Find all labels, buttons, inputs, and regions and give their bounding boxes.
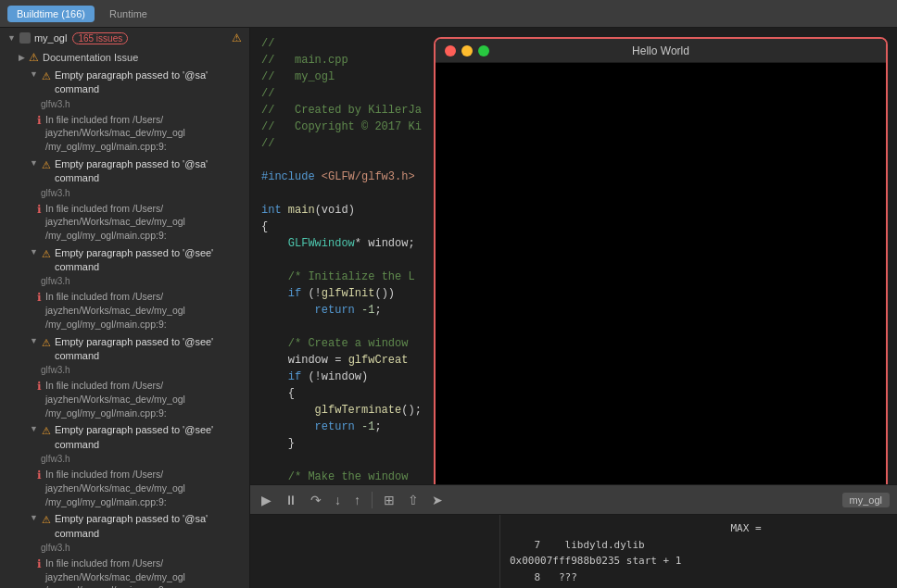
window-close-btn[interactable] <box>445 45 456 56</box>
in-file-text: In file included from /Users/jayzhen/Wor… <box>45 557 185 588</box>
issue-text: Empty paragraph passed to '@sa' command <box>55 512 242 541</box>
window-maximize-btn[interactable] <box>478 45 489 56</box>
list-item[interactable]: ℹ In file included from /Users/jayzhen/W… <box>0 555 249 588</box>
runtime-tab[interactable]: Runtime <box>100 6 157 22</box>
issue-text: Empty paragraph passed to '@see' command <box>55 423 242 452</box>
list-item[interactable]: ▼ ⚠ Empty paragraph passed to '@sa' comm… <box>0 67 249 99</box>
expand-icon: ▼ <box>30 512 38 524</box>
expand-icon: ▼ <box>30 69 38 81</box>
issue-text: Empty paragraph passed to '@sa' command <box>55 69 242 97</box>
pause-btn[interactable]: ⏸ <box>281 491 301 509</box>
expand-icon: ▼ <box>30 157 38 169</box>
list-item[interactable]: ℹ In file included from /Users/jayzhen/W… <box>0 111 249 156</box>
section-triangle: ▶ <box>19 53 25 62</box>
issue-file: glfw3.h <box>0 188 249 200</box>
step-out-btn[interactable]: ↑ <box>350 491 364 509</box>
window-minimize-btn[interactable] <box>461 45 473 56</box>
expand-icon: ▼ <box>30 423 38 435</box>
location-btn[interactable]: ➤ <box>428 491 447 509</box>
project-header[interactable]: ▼ my_ogl 165 issues ⚠ <box>0 28 249 48</box>
list-item[interactable]: ℹ In file included from /Users/jayzhen/W… <box>0 377 249 421</box>
window-title: Hello World <box>632 44 689 57</box>
main-content: ▼ my_ogl 165 issues ⚠ ▶ ⚠ Documentation … <box>0 28 897 588</box>
error-icon: ℹ <box>37 468 42 483</box>
warning-icon: ⚠ <box>42 336 51 350</box>
continue-btn[interactable]: ▶ <box>258 491 275 509</box>
breakpoints-btn[interactable]: ⊞ <box>380 491 398 509</box>
expand-icon: ▼ <box>30 335 38 347</box>
in-file-text: In file included from /Users/jayzhen/Wor… <box>45 202 185 243</box>
buildtime-tab[interactable]: Buildtime (166) <box>7 6 95 22</box>
expand-icon: ▼ <box>30 246 38 258</box>
error-icon: ℹ <box>37 202 42 218</box>
list-item[interactable]: ▼ ⚠ Empty paragraph passed to '@see' com… <box>0 333 249 366</box>
hello-world-window: Hello World <box>434 37 888 484</box>
debug-left <box>250 515 500 588</box>
debug-right: MAX = 7 libdyld.dylib 0x00007fff988b0235… <box>500 515 897 588</box>
warning-icon: ⚠ <box>42 424 51 438</box>
error-icon: ℹ <box>37 557 42 572</box>
top-toolbar: Buildtime (166) Runtime <box>0 0 897 28</box>
buildtime-label: Buildtime <box>17 8 58 19</box>
issue-file: glfw3.h <box>0 99 249 111</box>
debug-line: MAX = <box>510 520 888 537</box>
debug-panel: MAX = 7 libdyld.dylib 0x00007fff988b0235… <box>250 514 897 588</box>
error-icon: ℹ <box>37 113 42 129</box>
issue-text: Empty paragraph passed to '@see' command <box>55 246 242 275</box>
warning-icon: ⚠ <box>42 247 51 261</box>
doc-issue-section[interactable]: ▶ ⚠ Documentation Issue <box>0 48 249 67</box>
in-file-text: In file included from /Users/jayzhen/Wor… <box>45 379 185 419</box>
code-editor[interactable]: // // main.cpp // my_ogl // // Created b… <box>250 28 897 484</box>
issue-file: glfw3.h <box>0 276 249 288</box>
in-file-text: In file included from /Users/jayzhen/Wor… <box>45 290 185 331</box>
warning-icon: ⚠ <box>42 158 51 172</box>
list-item[interactable]: ▼ ⚠ Empty paragraph passed to '@see' com… <box>0 421 249 454</box>
list-item[interactable]: ▼ ⚠ Empty paragraph passed to '@see' com… <box>0 244 249 277</box>
debug-line: 8 ??? <box>510 569 888 586</box>
window-titlebar: Hello World <box>436 39 886 63</box>
section-label: Documentation Issue <box>43 52 138 63</box>
warning-icon: ⚠ <box>42 69 51 83</box>
issue-file: glfw3.h <box>0 454 249 466</box>
share-btn[interactable]: ⇧ <box>404 491 423 509</box>
triangle-icon: ▼ <box>7 33 16 43</box>
issue-text: Empty paragraph passed to '@see' command <box>55 335 242 364</box>
in-file-text: In file included from /Users/jayzhen/Wor… <box>45 468 185 508</box>
debug-line: 0x00007fff988b0235 start + 1 <box>510 553 888 569</box>
window-canvas <box>436 63 886 484</box>
issue-file: glfw3.h <box>0 365 249 377</box>
in-file-text: In file included from /Users/jayzhen/Wor… <box>45 113 185 154</box>
issues-badge: 165 issues <box>72 32 128 44</box>
list-item[interactable]: ℹ In file included from /Users/jayzhen/W… <box>0 466 249 510</box>
right-panel: // // main.cpp // my_ogl // // Created b… <box>250 28 897 588</box>
toolbar-divider <box>372 492 373 508</box>
list-item[interactable]: ▼ ⚠ Empty paragraph passed to '@sa' comm… <box>0 510 249 543</box>
list-item[interactable]: ℹ In file included from /Users/jayzhen/W… <box>0 200 249 244</box>
issue-text: Empty paragraph passed to '@sa' command <box>55 157 242 186</box>
step-over-btn[interactable]: ↷ <box>307 491 325 509</box>
project-name: my_ogl <box>34 32 67 44</box>
project-warning-icon: ⚠ <box>232 31 242 44</box>
project-icon <box>19 32 31 44</box>
step-into-btn[interactable]: ↓ <box>331 491 345 509</box>
project-name-label: my_ogl <box>842 493 890 507</box>
list-item[interactable]: ▼ ⚠ Empty paragraph passed to '@sa' comm… <box>0 156 249 188</box>
list-item[interactable]: ℹ In file included from /Users/jayzhen/W… <box>0 288 249 332</box>
section-warning-icon: ⚠ <box>29 51 39 64</box>
error-icon: ℹ <box>37 379 42 394</box>
runtime-label: Runtime <box>109 8 147 19</box>
debug-line: 7 libdyld.dylib <box>510 537 888 554</box>
bottom-toolbar: ▶ ⏸ ↷ ↓ ↑ ⊞ ⇧ ➤ my_ogl <box>250 484 897 514</box>
left-panel: ▼ my_ogl 165 issues ⚠ ▶ ⚠ Documentation … <box>0 28 250 588</box>
error-icon: ℹ <box>37 290 42 306</box>
buildtime-count: 166 <box>65 8 82 19</box>
warning-icon: ⚠ <box>42 513 51 527</box>
issue-file: glfw3.h <box>0 543 249 555</box>
